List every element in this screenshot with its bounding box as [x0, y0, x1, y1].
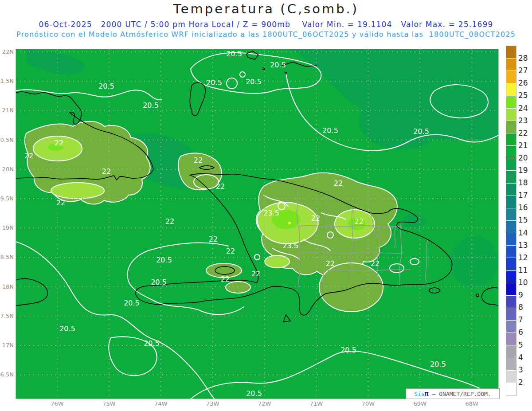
contour-value-label: 20.5: [246, 389, 262, 398]
contour-value-label: 20.5: [206, 78, 222, 87]
lon-tick-label: 72W: [254, 400, 276, 407]
colorbar-tick-label: 4: [518, 353, 532, 362]
colorbar-tick-label: 5: [518, 341, 532, 349]
contour-value-label: 20.5: [156, 256, 172, 264]
credit-separator: –: [429, 391, 439, 397]
colorbar-block: [506, 46, 516, 59]
contour-value-label: 22: [165, 217, 174, 226]
colorbar-tick-label: 19: [518, 166, 532, 175]
contour-value-label: 20.5: [413, 127, 429, 136]
lat-tick-label: 6.5N: [0, 371, 14, 378]
contour-value-label: 22: [226, 247, 235, 255]
colorbar-tick-label: 3: [518, 365, 532, 374]
colorbar-block: [506, 246, 516, 258]
lon-tick-label: 75W: [98, 400, 120, 407]
pi-logo: π: [425, 390, 429, 398]
contour-value-label: 22: [311, 214, 320, 223]
contour-value-label: 22: [251, 270, 260, 278]
colorbar-block: [506, 208, 516, 221]
contour-value-label: 22: [55, 139, 63, 147]
colorbar-block: [506, 221, 516, 233]
lon-tick-label: 71W: [305, 400, 328, 407]
colorbar-tick-label: 25: [518, 91, 532, 100]
contour-value-label: 20.5: [270, 61, 286, 69]
lon-tick-label: 74W: [150, 400, 172, 407]
colorbar-block: [506, 358, 516, 371]
lat-tick-label: 20N: [0, 166, 14, 172]
contour-value-label: 22: [221, 275, 230, 283]
lon-tick-label: 68W: [461, 400, 483, 407]
colorbar-block: [506, 71, 516, 83]
colorbar-block: [506, 109, 516, 121]
contour-value-label: 22: [216, 182, 225, 191]
colorbar-tick-label: 17: [518, 191, 532, 200]
model-init-line: Pronóstico con el Modelo Atmósferico WRF…: [0, 30, 532, 39]
colorbar-block: [506, 83, 516, 96]
colorbar-block: [506, 171, 516, 183]
colorbar-block: [506, 271, 516, 283]
contour-value-label: 20.5: [430, 360, 446, 368]
colorbar-tick-label: 6: [518, 328, 532, 337]
colorbar-tick-label: 24: [518, 104, 532, 113]
contour-value-label: 22: [326, 259, 335, 268]
colorbar-block: [506, 383, 516, 395]
contour-value-label: 20.5: [151, 278, 167, 286]
credit-org: ONAMET/REP.DOM.: [439, 391, 491, 397]
colorbar-block: [506, 233, 516, 246]
lon-tick-label: 73W: [202, 400, 224, 407]
lon-tick-label: 76W: [46, 400, 68, 407]
colorbar-block: [506, 196, 516, 208]
colorbar-block: [506, 258, 516, 270]
colorbar-block: [506, 283, 516, 296]
colorbar-block: [506, 308, 516, 321]
colorbar-block: [506, 371, 516, 383]
contour-value-label: 22: [371, 259, 379, 268]
colorbar-block: [506, 121, 516, 133]
contour-value-label: 20.5: [226, 50, 242, 58]
colorbar-block: [506, 333, 516, 345]
forecast-info-line: 06-Oct-2025 2000 UTC / 5:00 pm Hora Loca…: [0, 20, 532, 29]
colorbar-tick-label: 28: [518, 54, 532, 63]
contour-value-label: 20.5: [143, 101, 159, 110]
contour-value-label: 20.5: [59, 325, 75, 333]
lon-tick-label: 70W: [357, 400, 379, 407]
lat-tick-label: 22N: [0, 48, 14, 55]
page-title: Temperatura (C,somb.): [0, 1, 532, 16]
lat-tick-label: 8.5N: [0, 254, 14, 260]
lat-tick-label: 17N: [0, 342, 14, 348]
contour-value-label: 20.5: [144, 339, 160, 348]
colorbar-tick-label: 14: [518, 228, 532, 237]
lat-tick-label: 1.5N: [0, 78, 14, 84]
contour-value-label: 20.5: [98, 82, 114, 90]
contour-value-label: 20.5: [340, 346, 356, 354]
contour-value-label: 22: [209, 235, 218, 243]
lat-tick-label: 0.5N: [0, 137, 14, 143]
colorbar-tick-label: 15: [518, 215, 532, 224]
colorbar-block: [506, 184, 516, 196]
colorbar-tick-label: 20: [518, 153, 532, 162]
sis-logo: Sis: [414, 391, 424, 397]
colorbar-block: [506, 158, 516, 171]
contour-value-label: 20.5: [246, 78, 262, 86]
colorbar-tick-label: 27: [518, 66, 532, 75]
temperature-colorbar: [506, 46, 516, 395]
contour-value-label: 20.5: [322, 126, 338, 135]
colorbar-tick-label: 16: [518, 203, 532, 212]
colorbar-tick-label: 11: [518, 266, 532, 274]
colorbar-tick-label: 9: [518, 290, 532, 299]
colorbar-tick-label: 22: [518, 129, 532, 137]
colorbar-tick-label: 26: [518, 78, 532, 87]
lat-tick-label: 7.5N: [0, 313, 14, 319]
lat-tick-label: 19N: [0, 224, 14, 231]
colorbar-block: [506, 296, 516, 308]
colorbar-block: [506, 321, 516, 333]
colorbar-block: [506, 133, 516, 146]
lon-tick-label: 69W: [409, 400, 431, 407]
contour-value-label: 22: [194, 156, 203, 164]
colorbar-block: [506, 345, 516, 358]
credit-badge: Sisπ – ONAMET/REP.DOM.: [406, 388, 500, 399]
contour-value-label: 22: [334, 179, 343, 188]
contour-value-label: 22: [56, 199, 65, 207]
colorbar-tick-label: 10: [518, 278, 532, 287]
colorbar-tick-label: 13: [518, 241, 532, 250]
